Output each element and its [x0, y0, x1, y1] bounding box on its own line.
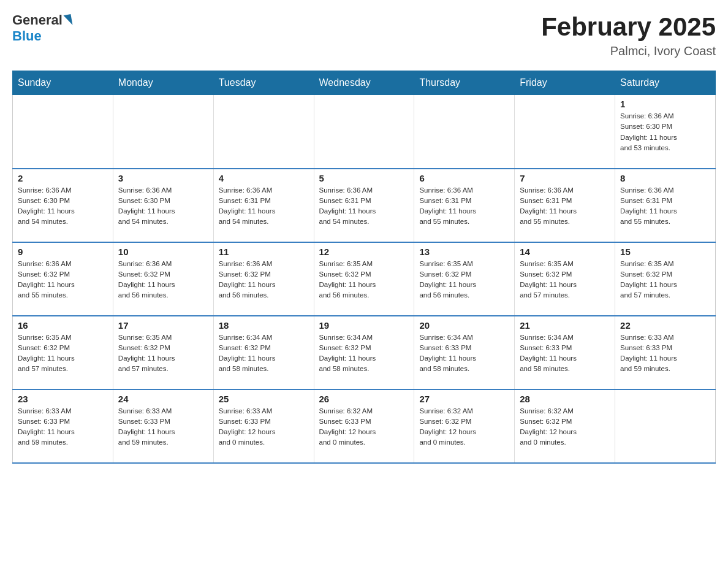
logo: General Blue: [12, 12, 73, 44]
day-info: Sunrise: 6:34 AMSunset: 6:33 PMDaylight:…: [520, 332, 610, 375]
day-info: Sunrise: 6:36 AMSunset: 6:30 PMDaylight:…: [620, 111, 710, 153]
day-info: Sunrise: 6:35 AMSunset: 6:32 PMDaylight:…: [18, 332, 108, 375]
day-number: 4: [219, 173, 309, 183]
logo-blue-text: Blue: [12, 28, 42, 44]
day-number: 25: [219, 394, 309, 404]
day-of-week-header: Monday: [113, 71, 213, 95]
day-info: Sunrise: 6:36 AMSunset: 6:31 PMDaylight:…: [620, 185, 710, 228]
day-number: 15: [620, 247, 710, 257]
calendar-day-cell: 9Sunrise: 6:36 AMSunset: 6:32 PMDaylight…: [13, 242, 113, 316]
calendar-header-row: SundayMondayTuesdayWednesdayThursdayFrid…: [13, 71, 716, 95]
day-of-week-header: Friday: [515, 71, 615, 95]
calendar-day-cell: [314, 95, 414, 169]
day-info: Sunrise: 6:35 AMSunset: 6:32 PMDaylight:…: [118, 332, 208, 375]
calendar-day-cell: 11Sunrise: 6:36 AMSunset: 6:32 PMDayligh…: [213, 242, 314, 316]
day-info: Sunrise: 6:33 AMSunset: 6:33 PMDaylight:…: [118, 406, 208, 448]
day-info: Sunrise: 6:36 AMSunset: 6:32 PMDaylight:…: [118, 259, 208, 301]
day-info: Sunrise: 6:32 AMSunset: 6:32 PMDaylight:…: [520, 406, 610, 448]
day-info: Sunrise: 6:36 AMSunset: 6:30 PMDaylight:…: [118, 185, 208, 228]
day-number: 5: [319, 173, 409, 183]
month-year-title: February 2025: [541, 12, 716, 42]
day-number: 18: [219, 320, 309, 331]
calendar-day-cell: 20Sunrise: 6:34 AMSunset: 6:33 PMDayligh…: [414, 316, 515, 389]
location-subtitle: Palmci, Ivory Coast: [541, 44, 716, 58]
day-info: Sunrise: 6:33 AMSunset: 6:33 PMDaylight:…: [620, 332, 710, 375]
calendar-day-cell: 15Sunrise: 6:35 AMSunset: 6:32 PMDayligh…: [615, 242, 716, 316]
calendar-week-row: 1Sunrise: 6:36 AMSunset: 6:30 PMDaylight…: [13, 95, 716, 169]
day-info: Sunrise: 6:36 AMSunset: 6:32 PMDaylight:…: [219, 259, 309, 301]
day-number: 24: [118, 394, 208, 404]
calendar-day-cell: 10Sunrise: 6:36 AMSunset: 6:32 PMDayligh…: [113, 242, 213, 316]
day-info: Sunrise: 6:36 AMSunset: 6:31 PMDaylight:…: [319, 185, 409, 228]
calendar-day-cell: 21Sunrise: 6:34 AMSunset: 6:33 PMDayligh…: [515, 316, 615, 389]
calendar-day-cell: 12Sunrise: 6:35 AMSunset: 6:32 PMDayligh…: [314, 242, 414, 316]
calendar-day-cell: 23Sunrise: 6:33 AMSunset: 6:33 PMDayligh…: [13, 389, 113, 463]
calendar-day-cell: 1Sunrise: 6:36 AMSunset: 6:30 PMDaylight…: [615, 95, 716, 169]
calendar-day-cell: 3Sunrise: 6:36 AMSunset: 6:30 PMDaylight…: [113, 169, 213, 242]
day-info: Sunrise: 6:36 AMSunset: 6:31 PMDaylight:…: [219, 185, 309, 228]
day-number: 19: [319, 320, 409, 331]
day-number: 14: [520, 247, 610, 257]
day-number: 2: [18, 173, 108, 183]
calendar-week-row: 23Sunrise: 6:33 AMSunset: 6:33 PMDayligh…: [13, 389, 716, 463]
calendar-week-row: 2Sunrise: 6:36 AMSunset: 6:30 PMDaylight…: [13, 169, 716, 242]
calendar-day-cell: 25Sunrise: 6:33 AMSunset: 6:33 PMDayligh…: [213, 389, 314, 463]
day-of-week-header: Thursday: [414, 71, 515, 95]
calendar-day-cell: 13Sunrise: 6:35 AMSunset: 6:32 PMDayligh…: [414, 242, 515, 316]
calendar-day-cell: 4Sunrise: 6:36 AMSunset: 6:31 PMDaylight…: [213, 169, 314, 242]
day-info: Sunrise: 6:34 AMSunset: 6:33 PMDaylight:…: [419, 332, 509, 375]
calendar-day-cell: 17Sunrise: 6:35 AMSunset: 6:32 PMDayligh…: [113, 316, 213, 389]
day-info: Sunrise: 6:33 AMSunset: 6:33 PMDaylight:…: [18, 406, 108, 448]
day-of-week-header: Wednesday: [314, 71, 414, 95]
day-number: 13: [419, 247, 509, 257]
page-header: General Blue February 2025 Palmci, Ivory…: [12, 12, 716, 58]
logo-triangle-icon: [63, 14, 72, 26]
day-info: Sunrise: 6:36 AMSunset: 6:32 PMDaylight:…: [18, 259, 108, 301]
day-number: 20: [419, 320, 509, 331]
calendar-day-cell: 26Sunrise: 6:32 AMSunset: 6:33 PMDayligh…: [314, 389, 414, 463]
calendar-day-cell: 19Sunrise: 6:34 AMSunset: 6:32 PMDayligh…: [314, 316, 414, 389]
calendar-day-cell: [13, 95, 113, 169]
day-info: Sunrise: 6:33 AMSunset: 6:33 PMDaylight:…: [219, 406, 309, 448]
day-info: Sunrise: 6:35 AMSunset: 6:32 PMDaylight:…: [319, 259, 409, 301]
day-info: Sunrise: 6:34 AMSunset: 6:32 PMDaylight:…: [319, 332, 409, 375]
day-number: 16: [18, 320, 108, 331]
day-info: Sunrise: 6:36 AMSunset: 6:31 PMDaylight:…: [419, 185, 509, 228]
day-number: 3: [118, 173, 208, 183]
day-number: 27: [419, 394, 509, 404]
logo-general-text: General: [12, 12, 63, 28]
day-info: Sunrise: 6:32 AMSunset: 6:33 PMDaylight:…: [319, 406, 409, 448]
calendar-table: SundayMondayTuesdayWednesdayThursdayFrid…: [12, 71, 716, 464]
day-number: 6: [419, 173, 509, 183]
day-number: 23: [18, 394, 108, 404]
day-of-week-header: Tuesday: [213, 71, 314, 95]
title-section: February 2025 Palmci, Ivory Coast: [541, 12, 716, 58]
day-number: 10: [118, 247, 208, 257]
day-info: Sunrise: 6:35 AMSunset: 6:32 PMDaylight:…: [419, 259, 509, 301]
calendar-day-cell: 7Sunrise: 6:36 AMSunset: 6:31 PMDaylight…: [515, 169, 615, 242]
day-number: 8: [620, 173, 710, 183]
calendar-day-cell: 6Sunrise: 6:36 AMSunset: 6:31 PMDaylight…: [414, 169, 515, 242]
day-of-week-header: Saturday: [615, 71, 716, 95]
day-number: 9: [18, 247, 108, 257]
day-info: Sunrise: 6:32 AMSunset: 6:32 PMDaylight:…: [419, 406, 509, 448]
calendar-day-cell: [615, 389, 716, 463]
calendar-day-cell: 5Sunrise: 6:36 AMSunset: 6:31 PMDaylight…: [314, 169, 414, 242]
calendar-week-row: 9Sunrise: 6:36 AMSunset: 6:32 PMDaylight…: [13, 242, 716, 316]
calendar-day-cell: 24Sunrise: 6:33 AMSunset: 6:33 PMDayligh…: [113, 389, 213, 463]
calendar-day-cell: 27Sunrise: 6:32 AMSunset: 6:32 PMDayligh…: [414, 389, 515, 463]
calendar-day-cell: 28Sunrise: 6:32 AMSunset: 6:32 PMDayligh…: [515, 389, 615, 463]
day-number: 7: [520, 173, 610, 183]
day-number: 1: [620, 99, 710, 109]
calendar-day-cell: 2Sunrise: 6:36 AMSunset: 6:30 PMDaylight…: [13, 169, 113, 242]
calendar-day-cell: [414, 95, 515, 169]
calendar-day-cell: [113, 95, 213, 169]
day-number: 11: [219, 247, 309, 257]
calendar-day-cell: 22Sunrise: 6:33 AMSunset: 6:33 PMDayligh…: [615, 316, 716, 389]
day-number: 12: [319, 247, 409, 257]
calendar-day-cell: [213, 95, 314, 169]
day-number: 21: [520, 320, 610, 331]
calendar-day-cell: [515, 95, 615, 169]
day-number: 17: [118, 320, 208, 331]
calendar-day-cell: 18Sunrise: 6:34 AMSunset: 6:32 PMDayligh…: [213, 316, 314, 389]
